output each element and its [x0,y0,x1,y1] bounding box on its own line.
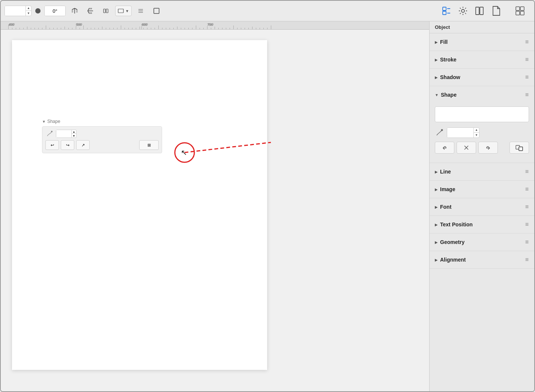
panel-section-image[interactable]: ▶ Image ≡ [430,181,534,198]
stepper-up[interactable]: ▲ [26,6,31,11]
shape-arrow: ▼ [435,93,439,97]
canvas-shape-input[interactable] [56,130,71,138]
geometry-menu-icon[interactable]: ≡ [525,239,529,245]
font-arrow: ▶ [435,205,438,209]
text-pos-section-left: ▶ Text Position [435,221,473,227]
stroke-arrow: ▶ [435,58,438,62]
stroke-section-left: ▶ Stroke [435,57,457,63]
panel-section-shadow[interactable]: ▶ Shadow ≡ [430,69,534,86]
arrange-dropdown[interactable]: ▼ [115,6,132,16]
fill-menu-icon[interactable]: ≡ [525,39,529,45]
bullet-indicator [35,8,41,13]
panel-section-font[interactable]: ▶ Font ≡ [430,198,534,216]
shadow-menu-icon[interactable]: ≡ [525,74,529,81]
flip-h-button[interactable] [68,6,81,16]
image-menu-icon[interactable]: ≡ [525,186,529,193]
svg-rect-12 [476,7,479,15]
canvas-shape-stepper-up[interactable]: ▲ [72,130,76,134]
rect-icon[interactable] [150,6,163,16]
svg-rect-7 [443,7,446,10]
svg-rect-14 [516,7,520,10]
svg-point-11 [461,9,464,12]
canvas-shape-stepper-down[interactable]: ▼ [72,134,76,138]
flip-v-button[interactable] [84,6,97,16]
canvas-shape-action-btns: ↩ ↪ ↗ ⊞ [45,140,159,150]
fill-arrow: ▶ [435,40,438,44]
shape-action-btn-1[interactable] [435,142,454,154]
panel-section-line[interactable]: ▶ Line ≡ [430,163,534,181]
alignment-label: Alignment [440,257,466,263]
stroke-menu-icon[interactable]: ≡ [525,56,529,63]
shadow-section-left: ▶ Shadow [435,74,460,80]
canvas-shape-combine-btn[interactable]: ⊞ [139,140,159,150]
shape-controls-row: ▲ ▼ [435,127,529,138]
canvas-shape-btn-1[interactable]: ↩ [45,140,59,150]
image-arrow: ▶ [435,187,438,192]
canvas-shape-row1: ▲ ▼ [45,130,159,138]
alignment-arrow: ▶ [435,258,438,262]
fill-section-left: ▶ Fill [435,39,448,45]
alignment-section-left: ▶ Alignment [435,257,466,263]
line-menu-icon[interactable]: ≡ [525,168,529,175]
panel-section-stroke[interactable]: ▶ Stroke ≡ [430,51,534,69]
canvas-shape-controls: ▲ ▼ ↩ ↪ ↗ ⊞ [42,126,162,153]
line-section-left: ▶ Line [435,169,451,175]
font-menu-icon[interactable]: ≡ [525,203,529,210]
stepper-down[interactable]: ▼ [26,11,31,16]
object-panel-icon[interactable] [440,4,453,18]
font-section-left: ▶ Font [435,204,451,210]
svg-rect-17 [520,11,524,15]
shadow-arrow: ▶ [435,75,438,79]
shape-stepper-input: ▲ ▼ [447,127,479,138]
lines-icon[interactable] [134,6,147,16]
shape-value-input[interactable] [447,128,473,138]
panel-section-geometry[interactable]: ▶ Geometry ≡ [430,233,534,251]
svg-point-18 [51,131,53,132]
canvas-shape-stepper: ▲ ▼ [56,130,77,138]
canvas-area[interactable]: 400 500 600 700 // small ticks 4 [1,21,429,391]
toolbar: ▲ ▼ ▼ [1,1,534,21]
svg-point-19 [441,129,443,131]
shape-action-btn-2[interactable] [457,142,476,154]
panel-section-alignment[interactable]: ▶ Alignment ≡ [430,251,534,269]
canvas-shape-panel: ▼ Shape [42,119,162,153]
panel-section-text-position[interactable]: ▶ Text Position ≡ [430,216,534,233]
shadow-label: Shadow [440,74,460,80]
line-arrow: ▶ [435,170,438,174]
canvas-shape-btn-3[interactable]: ↗ [76,140,90,150]
shape-combine-btn[interactable] [509,142,529,154]
shape-section-content: ▲ ▼ [430,103,534,163]
document-icon[interactable] [489,4,503,18]
shape-section-header[interactable]: ▼ Shape ≡ [430,86,534,103]
shape-menu-icon[interactable]: ≡ [525,91,529,98]
grid-view-icon[interactable] [513,4,527,18]
toolbar-stepper: ▲ ▼ [26,6,31,16]
svg-rect-2 [118,9,123,13]
canvas-page: ▼ Shape [12,40,267,370]
right-toolbar [440,4,530,18]
ruler-tick-600 [141,26,142,29]
rotation-group [44,6,66,16]
panel-title: Object [430,21,534,33]
geometry-label: Geometry [440,239,464,245]
canvas-shape-header: ▼ Shape [42,119,162,124]
panel-section-fill[interactable]: ▶ Fill ≡ [430,33,534,51]
toolbar-value-input[interactable] [5,6,26,16]
canvas-shape-btn-2[interactable]: ↪ [61,140,74,150]
shape-stepper-down[interactable]: ▼ [474,133,479,138]
image-label: Image [440,186,455,192]
rotation-input[interactable] [45,6,65,16]
layout-icon[interactable] [473,4,486,18]
arrange-icon[interactable] [99,6,113,16]
canvas-shape-stepper-btns: ▲ ▼ [71,130,76,138]
alignment-menu-icon[interactable]: ≡ [525,256,529,263]
panel-section-shape: ▼ Shape ≡ [430,86,534,163]
main-area: 400 500 600 700 // small ticks 4 [1,21,534,391]
stroke-label: Stroke [440,57,457,63]
shape-text-area[interactable] [435,106,529,122]
shape-stepper-up[interactable]: ▲ [474,128,479,133]
settings-icon[interactable] [456,4,470,18]
text-pos-menu-icon[interactable]: ≡ [525,221,529,228]
shape-section-left: ▼ Shape [435,92,457,98]
shape-action-btn-3[interactable] [478,142,498,154]
